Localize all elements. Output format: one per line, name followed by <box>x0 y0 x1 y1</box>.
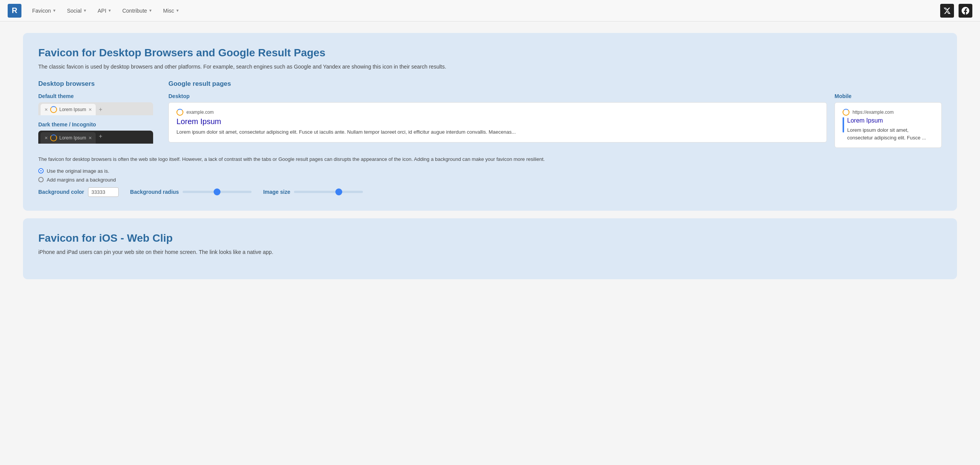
navbar: R Favicon ▼ Social ▼ API ▼ Contribute ▼ … <box>0 0 980 21</box>
two-col-layout: Desktop browsers Default theme ✕ Lorem I… <box>38 80 942 148</box>
main-content: Favicon for Desktop Browsers and Google … <box>0 21 980 298</box>
chevron-down-icon: ▼ <box>83 8 87 13</box>
bg-radius-group: Background radius <box>130 189 252 195</box>
logo-letter: R <box>12 6 17 15</box>
bg-radius-slider-thumb[interactable] <box>214 188 220 195</box>
nav-item-misc[interactable]: Misc ▼ <box>158 5 184 17</box>
navbar-left: R Favicon ▼ Social ▼ API ▼ Contribute ▼ … <box>8 4 184 18</box>
section2-title: Favicon for iOS - Web Clip <box>38 232 942 244</box>
google-result-col: Google result pages Desktop example.com … <box>168 80 942 148</box>
section1-title: Favicon for Desktop Browsers and Google … <box>38 47 942 59</box>
google-result-title-mobile[interactable]: Lorem Ipsum <box>847 117 934 124</box>
twitter-icon-button[interactable] <box>940 4 954 18</box>
tab-title-dark: Lorem Ipsum <box>59 135 86 141</box>
section2-description: iPhone and iPad users can pin your web s… <box>38 248 942 256</box>
browser-tab-dark: ✕ Lorem Ipsum ✕ <box>41 132 96 144</box>
desktop-browsers-col: Desktop browsers Default theme ✕ Lorem I… <box>38 80 153 148</box>
tab-close-right-icon[interactable]: ✕ <box>88 107 92 112</box>
browser-tab-light: ✕ Lorem Ipsum ✕ <box>41 104 96 115</box>
radio-circle-margins <box>38 177 44 182</box>
radio-option-margins[interactable]: Add margins and a background <box>38 177 942 183</box>
google-favicon-desktop <box>176 109 183 116</box>
tab-close-icon[interactable]: ✕ <box>44 107 48 112</box>
google-desktop-col: Desktop example.com Lorem Ipsum Lorem ip… <box>168 93 827 148</box>
google-url-row: example.com <box>176 109 819 116</box>
bg-color-group: Background color <box>38 187 119 197</box>
tab-title-light: Lorem Ipsum <box>59 107 86 112</box>
facebook-icon-button[interactable] <box>959 4 972 18</box>
nav-item-favicon[interactable]: Favicon ▼ <box>28 5 61 17</box>
nav-item-api[interactable]: API ▼ <box>93 5 116 17</box>
tab-add-button-dark[interactable]: + <box>96 132 105 144</box>
google-result-title-desktop[interactable]: Lorem Ipsum <box>176 117 819 126</box>
mobile-accent-bar <box>843 117 844 133</box>
google-result-box-desktop: example.com Lorem Ipsum Lorem ipsum dolo… <box>168 102 827 142</box>
google-favicon-mobile <box>843 109 849 116</box>
mobile-title-row: Lorem Ipsum Lorem ipsum dolor sit amet, … <box>843 117 934 141</box>
section-ios-webclip: Favicon for iOS - Web Clip iPhone and iP… <box>23 218 957 279</box>
radio-options: Use the original image as is. Add margin… <box>38 168 942 183</box>
controls-row: Background color Background radius Image… <box>38 187 942 197</box>
section-desktop-favicon: Favicon for Desktop Browsers and Google … <box>23 33 957 211</box>
nav-item-social[interactable]: Social ▼ <box>62 5 91 17</box>
nav-item-contribute[interactable]: Contribute ▼ <box>118 5 157 17</box>
image-size-slider-thumb[interactable] <box>335 188 342 195</box>
google-mobile-col: Mobile https://example.com Lorem Ipsum <box>835 93 942 148</box>
google-result-snippet-mobile: Lorem ipsum dolor sit amet, consectetur … <box>847 126 934 141</box>
tab-close-dark-right-icon[interactable]: ✕ <box>88 136 92 141</box>
google-url-row-mobile: https://example.com <box>843 109 934 116</box>
chevron-down-icon: ▼ <box>52 8 56 13</box>
favicon-spinner-light <box>50 106 57 113</box>
google-url-mobile-text: https://example.com <box>853 110 893 115</box>
radio-option-original[interactable]: Use the original image as is. <box>38 168 942 174</box>
bg-radius-slider-track <box>183 191 252 193</box>
browser-tab-bar-light: ✕ Lorem Ipsum ✕ + <box>38 102 153 115</box>
section1-description: The classic favicon is used by desktop b… <box>38 63 942 71</box>
google-result-cols: Desktop example.com Lorem Ipsum Lorem ip… <box>168 93 942 148</box>
chevron-down-icon: ▼ <box>176 8 180 13</box>
google-result-box-mobile: https://example.com Lorem Ipsum Lorem ip… <box>835 102 942 148</box>
radio-circle-original <box>38 168 44 174</box>
logo[interactable]: R <box>8 4 21 18</box>
chevron-down-icon: ▼ <box>149 8 152 13</box>
google-mobile-label: Mobile <box>835 93 942 99</box>
dark-theme-label: Dark theme / Incognito <box>38 121 153 128</box>
google-url-text: example.com <box>186 110 214 115</box>
image-size-label: Image size <box>263 189 290 195</box>
image-size-group: Image size <box>263 189 363 195</box>
default-theme-label: Default theme <box>38 93 153 99</box>
desktop-browsers-label: Desktop browsers <box>38 80 153 88</box>
browser-tab-bar-dark: ✕ Lorem Ipsum ✕ + <box>38 131 153 144</box>
bg-color-label: Background color <box>38 189 84 195</box>
tab-add-button-light[interactable]: + <box>96 105 105 114</box>
mobile-text-col: Lorem Ipsum Lorem ipsum dolor sit amet, … <box>847 117 934 141</box>
bottom-text-1: The favicon for desktop browsers is ofte… <box>38 156 942 164</box>
favicon-spinner-dark <box>50 134 57 141</box>
bg-color-input[interactable] <box>88 187 119 197</box>
navbar-right <box>940 4 972 18</box>
google-desktop-label: Desktop <box>168 93 827 99</box>
image-size-slider-track <box>294 191 363 193</box>
tab-close-dark-icon[interactable]: ✕ <box>44 136 48 141</box>
google-result-label: Google result pages <box>168 80 942 88</box>
bg-radius-label: Background radius <box>130 189 179 195</box>
chevron-down-icon: ▼ <box>108 8 112 13</box>
google-result-snippet-desktop: Lorem ipsum dolor sit amet, consectetur … <box>176 128 819 136</box>
